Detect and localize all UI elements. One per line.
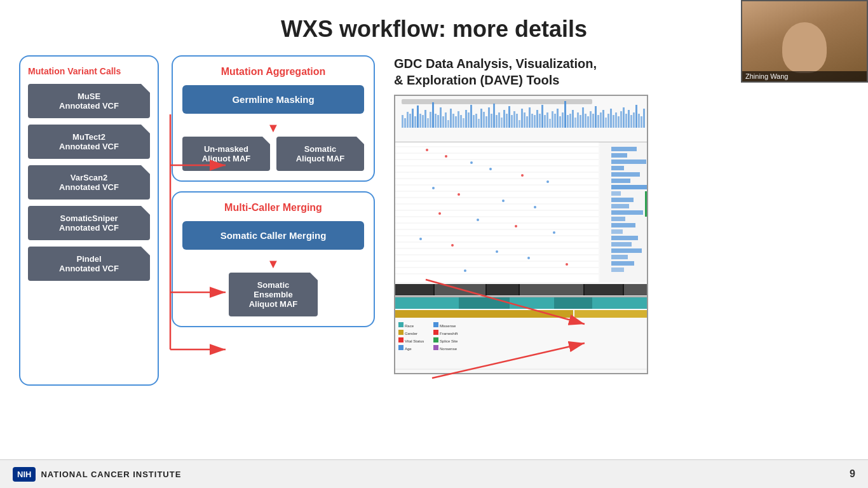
svg-rect-45	[511, 115, 513, 128]
nci-text: NATIONAL CANCER INSTITUTE	[41, 470, 181, 479]
svg-rect-70	[574, 118, 576, 128]
svg-rect-65	[562, 112, 564, 128]
svg-rect-80	[600, 112, 602, 128]
svg-rect-93	[633, 112, 635, 128]
svg-rect-88	[620, 111, 622, 128]
svg-point-122	[445, 155, 447, 158]
svg-rect-91	[628, 110, 630, 128]
svg-point-137	[496, 250, 498, 253]
svg-rect-170	[395, 296, 648, 297]
svg-rect-57	[541, 105, 543, 128]
svg-rect-66	[564, 101, 566, 128]
svg-rect-11	[424, 110, 426, 128]
svg-rect-171	[395, 297, 648, 309]
svg-rect-85	[613, 115, 614, 128]
nih-badge: NIH	[13, 467, 36, 482]
svg-rect-149	[611, 191, 621, 196]
svg-rect-51	[526, 116, 528, 128]
svg-rect-165	[435, 284, 485, 295]
slide: WXS workflow: more details Mutation Vari…	[0, 0, 868, 488]
svg-rect-41	[501, 118, 503, 128]
svg-rect-176	[395, 320, 648, 374]
svg-rect-183	[398, 345, 403, 350]
multi-caller-title: Multi-Caller Merging	[182, 202, 364, 214]
svg-rect-157	[611, 242, 632, 247]
svg-rect-38	[493, 104, 495, 128]
svg-rect-36	[488, 107, 490, 128]
svg-rect-40	[498, 112, 500, 128]
svg-rect-24	[458, 111, 459, 128]
svg-point-132	[477, 219, 479, 221]
somaticsniper-card: SomaticSniperAnnotated VCF	[28, 206, 150, 240]
svg-rect-168	[585, 284, 623, 295]
svg-rect-173	[554, 297, 592, 309]
svg-rect-185	[433, 322, 438, 327]
somatic-maf-card: SomaticAliquot MAF	[276, 137, 364, 171]
slide-title: WXS workflow: more details	[19, 16, 849, 43]
multi-caller-box: Multi-Caller Merging Somatic Caller Merg…	[172, 191, 375, 327]
left-box-title: Mutation Variant Calls	[28, 66, 150, 76]
svg-rect-30	[473, 115, 475, 128]
svg-rect-162	[645, 191, 648, 217]
svg-rect-49	[521, 109, 523, 128]
presenter-name: Zhining Wang	[742, 71, 867, 81]
svg-rect-142	[611, 147, 637, 151]
svg-rect-153	[611, 217, 625, 221]
svg-rect-75	[587, 116, 589, 128]
svg-rect-83	[607, 114, 609, 128]
svg-rect-95	[638, 114, 640, 128]
svg-rect-22	[452, 114, 454, 128]
svg-rect-167	[520, 284, 583, 295]
svg-point-140	[464, 269, 466, 272]
svg-rect-78	[595, 106, 597, 128]
svg-rect-74	[585, 114, 587, 128]
svg-rect-187	[433, 330, 438, 335]
svg-rect-156	[611, 236, 638, 240]
svg-rect-69	[572, 110, 574, 128]
muse-card: MuSEAnnotated VCF	[28, 84, 150, 118]
svg-rect-62	[554, 114, 556, 128]
svg-rect-161	[611, 268, 624, 272]
svg-rect-86	[615, 112, 617, 128]
svg-rect-61	[552, 111, 553, 128]
svg-rect-160	[611, 261, 634, 266]
svg-rect-76	[590, 111, 592, 128]
left-box: Mutation Variant Calls MuSEAnnotated VCF…	[19, 55, 159, 386]
svg-rect-23	[455, 116, 457, 128]
svg-rect-158	[611, 248, 642, 253]
somatic-caller-merging-btn: Somatic Caller Merging	[182, 221, 364, 250]
svg-rect-10	[422, 115, 424, 128]
svg-rect-2	[402, 115, 403, 128]
svg-rect-174	[395, 310, 573, 318]
svg-text:Frameshift: Frameshift	[440, 332, 458, 336]
svg-rect-13	[430, 112, 431, 128]
svg-rect-60	[549, 119, 551, 128]
svg-rect-59	[546, 112, 548, 128]
svg-rect-37	[491, 114, 492, 128]
svg-point-126	[546, 180, 549, 183]
mutation-aggregation-title: Mutation Aggregation	[182, 66, 364, 78]
svg-rect-147	[611, 179, 630, 183]
arrow-down-1: ▼	[182, 121, 364, 134]
svg-rect-145	[611, 166, 624, 170]
svg-rect-172	[459, 297, 510, 309]
svg-rect-181	[398, 337, 403, 342]
svg-rect-146	[611, 172, 640, 177]
svg-text:Gender: Gender	[405, 332, 417, 336]
nih-logo: NIH NATIONAL CANCER INSTITUTE	[13, 467, 181, 482]
svg-rect-7	[414, 116, 416, 128]
svg-rect-164	[395, 284, 433, 295]
svg-rect-14	[432, 102, 434, 128]
svg-rect-179	[398, 330, 403, 335]
svg-rect-144	[611, 159, 646, 164]
svg-rect-97	[643, 109, 645, 128]
svg-rect-44	[508, 106, 510, 128]
svg-rect-189	[433, 337, 438, 342]
svg-point-135	[419, 238, 422, 240]
svg-rect-18	[442, 116, 444, 128]
svg-rect-25	[460, 115, 462, 128]
svg-rect-21	[450, 109, 452, 128]
svg-rect-73	[582, 107, 584, 128]
svg-rect-17	[440, 107, 442, 128]
svg-text:Vital Status: Vital Status	[405, 339, 424, 343]
